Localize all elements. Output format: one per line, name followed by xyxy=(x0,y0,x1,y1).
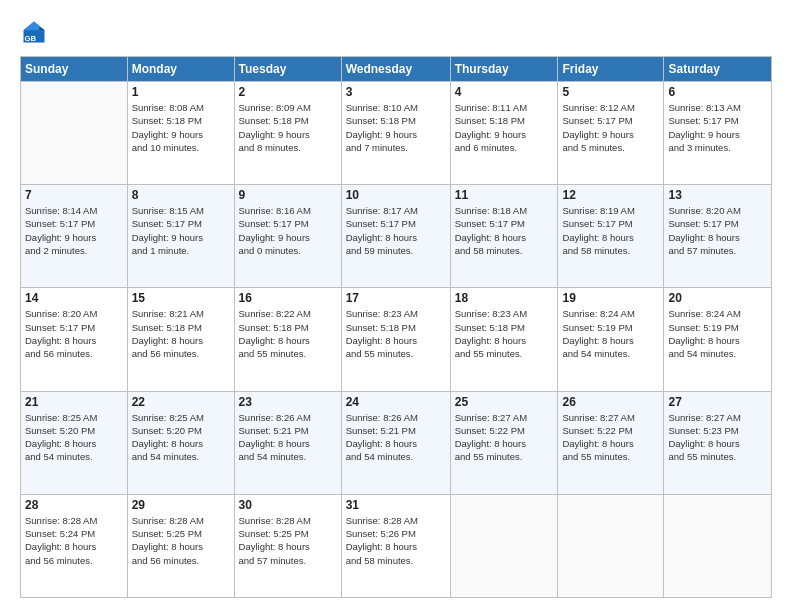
day-number: 5 xyxy=(562,85,659,99)
day-detail: Sunrise: 8:15 AM Sunset: 5:17 PM Dayligh… xyxy=(132,204,230,257)
day-number: 12 xyxy=(562,188,659,202)
calendar: SundayMondayTuesdayWednesdayThursdayFrid… xyxy=(20,56,772,598)
day-cell: 13Sunrise: 8:20 AM Sunset: 5:17 PM Dayli… xyxy=(664,185,772,288)
header-cell-tuesday: Tuesday xyxy=(234,57,341,82)
day-detail: Sunrise: 8:12 AM Sunset: 5:17 PM Dayligh… xyxy=(562,101,659,154)
day-cell: 15Sunrise: 8:21 AM Sunset: 5:18 PM Dayli… xyxy=(127,288,234,391)
day-detail: Sunrise: 8:11 AM Sunset: 5:18 PM Dayligh… xyxy=(455,101,554,154)
day-number: 7 xyxy=(25,188,123,202)
header-cell-friday: Friday xyxy=(558,57,664,82)
day-number: 14 xyxy=(25,291,123,305)
day-detail: Sunrise: 8:21 AM Sunset: 5:18 PM Dayligh… xyxy=(132,307,230,360)
day-number: 26 xyxy=(562,395,659,409)
day-cell: 12Sunrise: 8:19 AM Sunset: 5:17 PM Dayli… xyxy=(558,185,664,288)
day-cell: 26Sunrise: 8:27 AM Sunset: 5:22 PM Dayli… xyxy=(558,391,664,494)
day-number: 19 xyxy=(562,291,659,305)
day-cell: 23Sunrise: 8:26 AM Sunset: 5:21 PM Dayli… xyxy=(234,391,341,494)
calendar-body: 1Sunrise: 8:08 AM Sunset: 5:18 PM Daylig… xyxy=(21,82,772,598)
header-cell-sunday: Sunday xyxy=(21,57,128,82)
header: GB xyxy=(20,18,772,46)
day-cell: 8Sunrise: 8:15 AM Sunset: 5:17 PM Daylig… xyxy=(127,185,234,288)
day-cell: 31Sunrise: 8:28 AM Sunset: 5:26 PM Dayli… xyxy=(341,494,450,597)
week-row-4: 21Sunrise: 8:25 AM Sunset: 5:20 PM Dayli… xyxy=(21,391,772,494)
day-detail: Sunrise: 8:14 AM Sunset: 5:17 PM Dayligh… xyxy=(25,204,123,257)
day-number: 6 xyxy=(668,85,767,99)
day-detail: Sunrise: 8:25 AM Sunset: 5:20 PM Dayligh… xyxy=(132,411,230,464)
day-detail: Sunrise: 8:17 AM Sunset: 5:17 PM Dayligh… xyxy=(346,204,446,257)
day-cell: 4Sunrise: 8:11 AM Sunset: 5:18 PM Daylig… xyxy=(450,82,558,185)
day-number: 27 xyxy=(668,395,767,409)
day-detail: Sunrise: 8:23 AM Sunset: 5:18 PM Dayligh… xyxy=(455,307,554,360)
week-row-1: 1Sunrise: 8:08 AM Sunset: 5:18 PM Daylig… xyxy=(21,82,772,185)
day-cell: 1Sunrise: 8:08 AM Sunset: 5:18 PM Daylig… xyxy=(127,82,234,185)
day-cell: 7Sunrise: 8:14 AM Sunset: 5:17 PM Daylig… xyxy=(21,185,128,288)
day-detail: Sunrise: 8:26 AM Sunset: 5:21 PM Dayligh… xyxy=(239,411,337,464)
day-number: 13 xyxy=(668,188,767,202)
day-detail: Sunrise: 8:08 AM Sunset: 5:18 PM Dayligh… xyxy=(132,101,230,154)
day-detail: Sunrise: 8:16 AM Sunset: 5:17 PM Dayligh… xyxy=(239,204,337,257)
logo: GB xyxy=(20,18,52,46)
day-detail: Sunrise: 8:26 AM Sunset: 5:21 PM Dayligh… xyxy=(346,411,446,464)
day-cell: 17Sunrise: 8:23 AM Sunset: 5:18 PM Dayli… xyxy=(341,288,450,391)
day-cell: 20Sunrise: 8:24 AM Sunset: 5:19 PM Dayli… xyxy=(664,288,772,391)
day-cell: 22Sunrise: 8:25 AM Sunset: 5:20 PM Dayli… xyxy=(127,391,234,494)
week-row-3: 14Sunrise: 8:20 AM Sunset: 5:17 PM Dayli… xyxy=(21,288,772,391)
day-number: 15 xyxy=(132,291,230,305)
day-cell: 10Sunrise: 8:17 AM Sunset: 5:17 PM Dayli… xyxy=(341,185,450,288)
svg-text:GB: GB xyxy=(24,34,36,43)
day-detail: Sunrise: 8:19 AM Sunset: 5:17 PM Dayligh… xyxy=(562,204,659,257)
day-number: 25 xyxy=(455,395,554,409)
day-cell: 24Sunrise: 8:26 AM Sunset: 5:21 PM Dayli… xyxy=(341,391,450,494)
day-number: 29 xyxy=(132,498,230,512)
day-cell: 6Sunrise: 8:13 AM Sunset: 5:17 PM Daylig… xyxy=(664,82,772,185)
day-detail: Sunrise: 8:10 AM Sunset: 5:18 PM Dayligh… xyxy=(346,101,446,154)
day-number: 2 xyxy=(239,85,337,99)
day-number: 11 xyxy=(455,188,554,202)
day-cell: 2Sunrise: 8:09 AM Sunset: 5:18 PM Daylig… xyxy=(234,82,341,185)
day-detail: Sunrise: 8:13 AM Sunset: 5:17 PM Dayligh… xyxy=(668,101,767,154)
day-detail: Sunrise: 8:23 AM Sunset: 5:18 PM Dayligh… xyxy=(346,307,446,360)
day-number: 10 xyxy=(346,188,446,202)
day-cell: 5Sunrise: 8:12 AM Sunset: 5:17 PM Daylig… xyxy=(558,82,664,185)
header-cell-monday: Monday xyxy=(127,57,234,82)
day-detail: Sunrise: 8:09 AM Sunset: 5:18 PM Dayligh… xyxy=(239,101,337,154)
calendar-header: SundayMondayTuesdayWednesdayThursdayFrid… xyxy=(21,57,772,82)
day-detail: Sunrise: 8:18 AM Sunset: 5:17 PM Dayligh… xyxy=(455,204,554,257)
day-number: 23 xyxy=(239,395,337,409)
day-number: 20 xyxy=(668,291,767,305)
day-cell: 25Sunrise: 8:27 AM Sunset: 5:22 PM Dayli… xyxy=(450,391,558,494)
day-cell: 19Sunrise: 8:24 AM Sunset: 5:19 PM Dayli… xyxy=(558,288,664,391)
day-cell: 11Sunrise: 8:18 AM Sunset: 5:17 PM Dayli… xyxy=(450,185,558,288)
header-cell-thursday: Thursday xyxy=(450,57,558,82)
day-cell: 3Sunrise: 8:10 AM Sunset: 5:18 PM Daylig… xyxy=(341,82,450,185)
day-detail: Sunrise: 8:25 AM Sunset: 5:20 PM Dayligh… xyxy=(25,411,123,464)
day-cell: 16Sunrise: 8:22 AM Sunset: 5:18 PM Dayli… xyxy=(234,288,341,391)
day-number: 17 xyxy=(346,291,446,305)
day-number: 22 xyxy=(132,395,230,409)
day-cell: 30Sunrise: 8:28 AM Sunset: 5:25 PM Dayli… xyxy=(234,494,341,597)
week-row-2: 7Sunrise: 8:14 AM Sunset: 5:17 PM Daylig… xyxy=(21,185,772,288)
day-number: 18 xyxy=(455,291,554,305)
day-detail: Sunrise: 8:24 AM Sunset: 5:19 PM Dayligh… xyxy=(562,307,659,360)
day-number: 31 xyxy=(346,498,446,512)
day-cell: 18Sunrise: 8:23 AM Sunset: 5:18 PM Dayli… xyxy=(450,288,558,391)
day-detail: Sunrise: 8:27 AM Sunset: 5:23 PM Dayligh… xyxy=(668,411,767,464)
day-detail: Sunrise: 8:28 AM Sunset: 5:25 PM Dayligh… xyxy=(239,514,337,567)
day-cell: 29Sunrise: 8:28 AM Sunset: 5:25 PM Dayli… xyxy=(127,494,234,597)
week-row-5: 28Sunrise: 8:28 AM Sunset: 5:24 PM Dayli… xyxy=(21,494,772,597)
day-number: 21 xyxy=(25,395,123,409)
day-number: 1 xyxy=(132,85,230,99)
header-cell-wednesday: Wednesday xyxy=(341,57,450,82)
day-cell: 14Sunrise: 8:20 AM Sunset: 5:17 PM Dayli… xyxy=(21,288,128,391)
day-number: 30 xyxy=(239,498,337,512)
day-detail: Sunrise: 8:28 AM Sunset: 5:24 PM Dayligh… xyxy=(25,514,123,567)
header-cell-saturday: Saturday xyxy=(664,57,772,82)
day-number: 24 xyxy=(346,395,446,409)
day-cell xyxy=(558,494,664,597)
day-detail: Sunrise: 8:28 AM Sunset: 5:25 PM Dayligh… xyxy=(132,514,230,567)
day-cell: 28Sunrise: 8:28 AM Sunset: 5:24 PM Dayli… xyxy=(21,494,128,597)
header-row: SundayMondayTuesdayWednesdayThursdayFrid… xyxy=(21,57,772,82)
day-cell: 21Sunrise: 8:25 AM Sunset: 5:20 PM Dayli… xyxy=(21,391,128,494)
day-number: 9 xyxy=(239,188,337,202)
day-detail: Sunrise: 8:28 AM Sunset: 5:26 PM Dayligh… xyxy=(346,514,446,567)
